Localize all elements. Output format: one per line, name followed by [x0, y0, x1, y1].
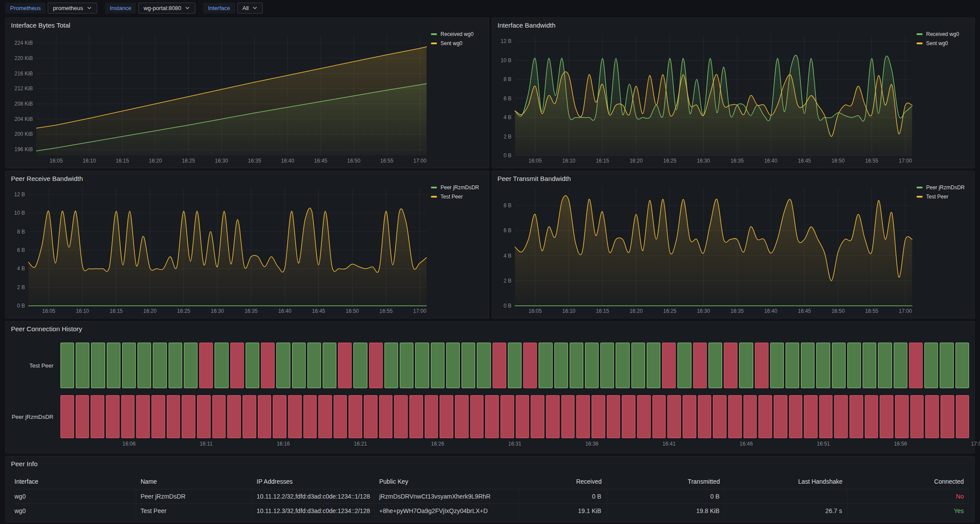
svg-text:4 B: 4 B — [504, 253, 511, 259]
state-bar-connected — [184, 343, 197, 388]
legend-item-peer-jrzmdsdr[interactable]: Peer jRzmDsDR — [431, 184, 486, 191]
svg-text:16:05: 16:05 — [529, 308, 542, 314]
state-bar-connected — [462, 343, 475, 388]
state-bar-connected — [585, 343, 599, 388]
state-bar-connected — [924, 343, 938, 388]
column-header-last-handshake[interactable]: Last Handshake — [725, 474, 848, 489]
state-bar-disconnected — [637, 395, 651, 438]
svg-text:208 KiB: 208 KiB — [14, 101, 33, 107]
legend-item-sent-wg0[interactable]: Sent wg0 — [917, 40, 972, 46]
svg-text:16:15: 16:15 — [116, 158, 129, 164]
column-header-public-key[interactable]: Public Key — [375, 474, 519, 489]
panel-title[interactable]: Peer Info — [11, 460, 38, 467]
cell-interface: wg0 — [14, 504, 136, 518]
column-header-interface[interactable]: Interface — [14, 474, 136, 489]
legend-series-swatch — [431, 33, 437, 35]
timeline-row-label: Test Peer — [10, 343, 60, 388]
table-row: wg0Peer jRzmDsDR10.11.12.2/32,fdfd:d3ad:… — [14, 489, 969, 503]
svg-text:17:00: 17:00 — [413, 308, 427, 314]
svg-text:12 B: 12 B — [501, 38, 511, 44]
time-series-chart: 0 B2 B4 B6 B8 B10 B12 B16:0516:1016:1516… — [496, 31, 915, 165]
state-bar-disconnected — [744, 395, 757, 438]
state-bar-connected — [739, 343, 753, 388]
chevron-down-icon — [87, 5, 92, 11]
state-bar-connected — [323, 343, 336, 388]
state-bar-connected — [169, 343, 182, 388]
timeline-x-label: 16:21 — [354, 441, 367, 447]
svg-text:216 KiB: 216 KiB — [14, 71, 33, 77]
svg-text:196 KiB: 196 KiB — [14, 146, 33, 152]
panel-title[interactable]: Interface Bandwidth — [497, 21, 556, 29]
timeline-x-label: 16:46 — [740, 441, 753, 447]
panel-title[interactable]: Interface Bytes Total — [11, 21, 71, 29]
variable-prometheus: Prometheus prometheus — [5, 3, 97, 14]
column-header-transmitted[interactable]: Transmitted — [607, 474, 725, 489]
chart-legend: Received wg0Sent wg0 — [431, 31, 486, 46]
legend-item-received-wg0[interactable]: Received wg0 — [431, 31, 486, 37]
state-bar-disconnected — [334, 395, 347, 438]
svg-text:16:35: 16:35 — [248, 158, 261, 164]
state-bar-disconnected — [546, 395, 560, 438]
state-bar-connected — [384, 343, 398, 388]
legend-item-peer-jrzmdsdr[interactable]: Peer jRzmDsDR — [917, 184, 972, 191]
svg-text:16:35: 16:35 — [244, 308, 257, 314]
chart-legend: Received wg0Sent wg0 — [917, 31, 972, 46]
legend-item-test-peer[interactable]: Test Peer — [431, 194, 486, 200]
state-bar-disconnected — [230, 343, 244, 388]
svg-text:8 B: 8 B — [17, 229, 25, 235]
state-bar-disconnected — [698, 395, 712, 438]
state-bar-disconnected — [409, 395, 423, 438]
time-series-chart: 196 KiB200 KiB204 KiB208 KiB212 KiB216 K… — [9, 31, 429, 165]
panel-peer-info: Peer Info InterfaceNameIP AddressesPubli… — [5, 456, 975, 522]
state-bar-connected — [60, 343, 74, 388]
state-bar-disconnected — [774, 395, 787, 438]
column-header-ip-addresses[interactable]: IP Addresses — [252, 474, 375, 489]
time-series-chart: 0 B2 B4 B6 B8 B10 B12 B16:0516:1016:1516… — [9, 184, 429, 315]
svg-text:16:15: 16:15 — [596, 158, 609, 164]
state-bar-disconnected — [364, 395, 377, 438]
variable-dropdown-instance[interactable]: wg-portal:8080 — [138, 3, 195, 14]
variable-instance: Instance wg-portal:8080 — [105, 3, 195, 14]
cell-transmitted: 0 B — [607, 489, 725, 503]
svg-text:16:20: 16:20 — [630, 308, 643, 314]
timeline-bars — [60, 343, 970, 388]
state-bar-disconnected — [758, 395, 772, 438]
panel-title[interactable]: Peer Transmit Bandwidth — [497, 175, 571, 182]
legend-series-label: Test Peer — [926, 194, 948, 200]
legend-item-test-peer[interactable]: Test Peer — [917, 194, 972, 200]
state-bar-disconnected — [724, 343, 737, 388]
timeline-x-axis: 16:0616:1116:1616:2116:2616:3116:3616:41… — [60, 438, 970, 448]
panel-title[interactable]: Peer Connection History — [11, 325, 82, 333]
svg-text:16:05: 16:05 — [49, 158, 63, 164]
state-bar-disconnected — [501, 395, 514, 438]
state-bar-disconnected — [303, 395, 317, 438]
svg-text:4 B: 4 B — [17, 266, 25, 272]
svg-text:16:25: 16:25 — [663, 308, 677, 314]
state-bar-connected — [647, 343, 660, 388]
peer-info-table: InterfaceNameIP AddressesPublic KeyRecei… — [14, 474, 969, 518]
panel-peer-transmit-bandwidth: Peer Transmit Bandwidth 0 B2 B4 B6 B8 B1… — [492, 171, 975, 319]
state-bar-disconnected — [394, 395, 408, 438]
chevron-down-icon — [252, 5, 257, 11]
svg-text:16:45: 16:45 — [798, 158, 811, 164]
state-bar-disconnected — [667, 395, 681, 438]
column-header-received[interactable]: Received — [519, 474, 607, 489]
legend-item-sent-wg0[interactable]: Sent wg0 — [431, 40, 486, 46]
svg-text:17:00: 17:00 — [899, 158, 912, 164]
variable-dropdown-interface[interactable]: All — [237, 3, 263, 14]
state-bar-disconnected — [789, 395, 803, 438]
cell-name: Peer jRzmDsDR — [136, 489, 252, 503]
state-bar-disconnected — [121, 395, 135, 438]
variable-dropdown-prometheus[interactable]: prometheus — [48, 3, 97, 14]
panel-peer-connection-history: Peer Connection History Test PeerPeer jR… — [5, 321, 975, 453]
column-header-name[interactable]: Name — [136, 474, 252, 489]
svg-text:16:10: 16:10 — [562, 158, 575, 164]
state-bar-disconnected — [167, 395, 180, 438]
state-bar-disconnected — [199, 343, 213, 388]
panel-title[interactable]: Peer Receive Bandwidth — [11, 175, 83, 182]
svg-text:16:20: 16:20 — [149, 158, 162, 164]
column-header-connected[interactable]: Connected — [848, 474, 969, 489]
state-bar-disconnected — [956, 395, 969, 438]
legend-item-received-wg0[interactable]: Received wg0 — [917, 31, 972, 37]
svg-text:6 B: 6 B — [17, 247, 25, 253]
